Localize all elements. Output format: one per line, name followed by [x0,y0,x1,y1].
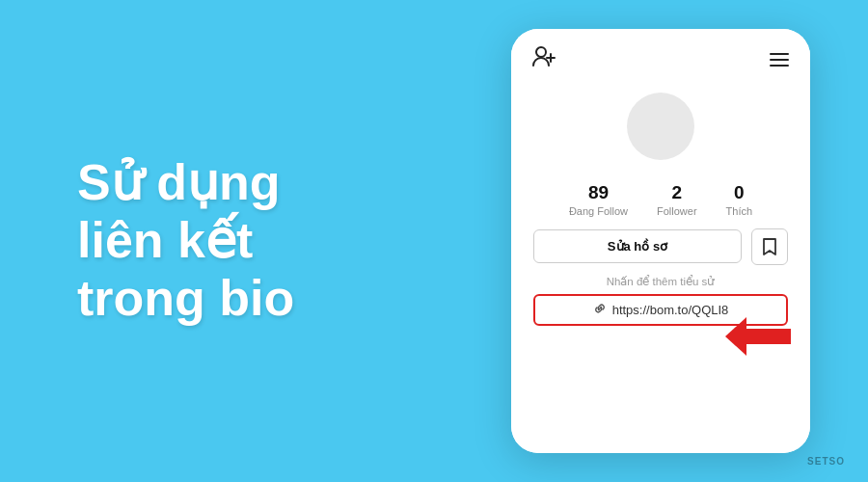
bookmark-button[interactable] [751,228,788,265]
avatar [627,93,694,160]
red-arrow [725,315,793,362]
followers-label: Follower [657,205,697,217]
heading-line2: liên kết [77,212,253,268]
heading-line3: trong bio [77,270,294,326]
link-icon [593,302,607,318]
stat-likes: 0 Thích [726,183,753,217]
heading-line1: Sử dụng [77,154,280,210]
link-url: https://bom.to/QQLI8 [612,303,729,317]
left-text-area: Sử dụng liên kết trong bio [77,154,511,327]
profile-area: 89 Đang Follow 2 Follower 0 Thích Sửa hồ… [511,83,810,453]
likes-count: 0 [734,183,745,203]
bio-prompt: Nhấn để thêm tiểu sử [607,275,716,288]
add-user-icon[interactable] [532,46,556,73]
background: Sử dụng liên kết trong bio [0,0,868,482]
phone-mockup: 89 Đang Follow 2 Follower 0 Thích Sửa hồ… [511,29,810,453]
following-label: Đang Follow [569,205,628,217]
svg-point-0 [536,47,546,57]
edit-profile-button[interactable]: Sửa hồ sơ [533,229,742,263]
followers-count: 2 [672,183,683,203]
main-heading: Sử dụng liên kết trong bio [77,154,294,327]
stat-following: 89 Đang Follow [569,183,628,217]
svg-rect-3 [746,329,791,344]
buttons-row: Sửa hồ sơ [533,228,788,265]
stats-row: 89 Đang Follow 2 Follower 0 Thích [511,183,810,217]
svg-marker-4 [725,317,746,356]
following-count: 89 [588,183,609,203]
stat-followers: 2 Follower [657,183,697,217]
watermark: SETSO [807,456,845,467]
phone-wrapper: 89 Đang Follow 2 Follower 0 Thích Sửa hồ… [511,29,810,453]
phone-topbar [511,29,810,83]
likes-label: Thích [726,205,753,217]
menu-icon[interactable] [770,53,789,67]
